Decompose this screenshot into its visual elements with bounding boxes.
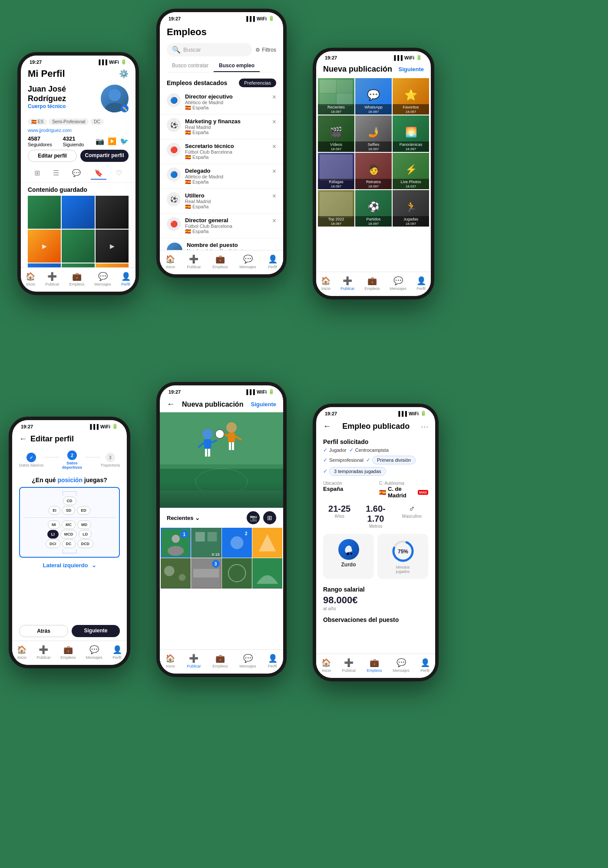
nav-mensajes-2[interactable]: 💬Mensajes — [239, 254, 256, 269]
nav-publicar-2[interactable]: ➕Publicar — [187, 254, 201, 269]
nav-inicio-4[interactable]: 🏠Inicio — [17, 645, 26, 660]
gallery-cell-top2022[interactable]: Top 202218.097 — [318, 190, 354, 227]
nav-publicar-1[interactable]: ➕Publicar — [45, 272, 59, 286]
pos-DC[interactable]: DC — [62, 539, 76, 548]
nav-perfil-5[interactable]: 👤Perfil — [268, 654, 278, 668]
gallery-cell-partidos[interactable]: ⚽ Partidos18.097 — [355, 190, 392, 227]
gallery-cell-livephotos[interactable]: ⚡ Live Photos18.037 — [393, 153, 429, 189]
nav-empleos-2[interactable]: 💼Empleos — [212, 254, 228, 269]
youtube-icon[interactable]: ▶️ — [108, 137, 116, 145]
twitter-icon[interactable]: 🐦 — [120, 137, 129, 145]
back-arrow-5[interactable]: ← — [167, 400, 175, 409]
nav-perfil-4[interactable]: 👤Perfil — [112, 645, 122, 660]
thumb-3[interactable]: 2 — [222, 528, 252, 558]
nav-perfil-2[interactable]: 👤Perfil — [268, 254, 278, 269]
tab-grid-icon[interactable]: ⊞ — [31, 167, 43, 180]
nav-publicar-4[interactable]: ➕Publicar — [36, 645, 51, 660]
nav-inicio-1[interactable]: 🏠Inicio — [26, 272, 35, 286]
nav-inicio-6[interactable]: 🏠Inicio — [321, 658, 331, 673]
nav-empleos-4[interactable]: 💼Empleos — [60, 645, 76, 660]
gallery-cell-videos[interactable]: 🎬 Vídeos18.097 — [318, 115, 354, 152]
nav-mensajes-5[interactable]: 💬Mensajes — [239, 654, 256, 668]
nav-empleos-1[interactable]: 💼Empleos — [69, 272, 84, 286]
nav-publicar-5[interactable]: ➕Publicar — [187, 654, 201, 668]
folder-name[interactable]: Recientes ⌄ — [167, 515, 200, 521]
filter-button[interactable]: ⚙ Filtros — [255, 47, 276, 53]
nav-mensajes-1[interactable]: 💬Mensajes — [94, 272, 111, 286]
gallery-next-button[interactable]: Siguiente — [398, 66, 424, 72]
gallery-cell-whatsapp[interactable]: 💬 WhatsApp16.097 — [355, 78, 392, 115]
nav-mensajes-6[interactable]: 💬Mensajes — [393, 658, 410, 673]
tab-heart-icon[interactable]: ♡ — [112, 167, 126, 180]
settings-icon[interactable]: ⚙️ — [119, 69, 129, 79]
tab-busco-empleo[interactable]: Busco empleo — [214, 60, 260, 72]
pos-SD[interactable]: SD — [62, 506, 76, 515]
nav-perfil-3[interactable]: 👤Perfil — [416, 276, 426, 291]
gallery-cell-retratos[interactable]: 🧑 Retratos18.097 — [355, 153, 392, 189]
job-item-0[interactable]: 🔵 Director ejecutivo Atlético de Madrid … — [160, 90, 283, 115]
camera-button[interactable]: 📷 — [247, 511, 260, 524]
back-button-edit[interactable]: Atrás — [19, 625, 68, 637]
pos-CD[interactable]: CD — [63, 496, 76, 505]
more-options-icon[interactable]: ··· — [421, 421, 428, 431]
nav-inicio-3[interactable]: 🏠Inicio — [321, 276, 330, 291]
pos-EI[interactable]: EI — [49, 506, 60, 515]
share-profile-button[interactable]: Compartir perfil — [80, 150, 129, 162]
gallery-cell-rafagas[interactable]: Ráfagas18.097 — [318, 153, 354, 189]
pos-MI[interactable]: MI — [48, 520, 60, 529]
thumb-6[interactable]: 3 — [191, 558, 221, 588]
edit-avatar-icon[interactable]: ✏️ — [121, 105, 129, 112]
tab-busco-contratar[interactable]: Busco contratar — [167, 60, 214, 72]
pos-LD[interactable]: LD — [79, 530, 92, 539]
back-arrow-6[interactable]: ← — [323, 422, 331, 431]
gallery-cell-favoritos[interactable]: ⭐ Favoritos18.097 — [393, 78, 429, 115]
gallery-cell-panoramicas[interactable]: 🌅 Panorámicas18.097 — [393, 115, 429, 152]
search-input-wrap[interactable]: 🔍 Buscar — [167, 43, 252, 56]
pos-LI[interactable]: LI — [47, 530, 59, 539]
pos-DCI[interactable]: DCI — [46, 539, 60, 548]
nav-publicar-6[interactable]: ➕Publicar — [342, 658, 356, 673]
nav-inicio-5[interactable]: 🏠Inicio — [165, 654, 175, 668]
next-button-edit[interactable]: Siguiente — [72, 625, 120, 637]
nav-perfil-6[interactable]: 👤Perfil — [420, 658, 430, 673]
nav-mensajes-3[interactable]: 💬Mensajes — [390, 276, 406, 291]
gallery-cell-jugadas[interactable]: 🏃 Jugadas18.097 — [393, 190, 429, 227]
job-close-0[interactable]: × — [272, 93, 276, 101]
nav-perfil-1[interactable]: 👤Perfil — [121, 272, 131, 286]
job-close-4[interactable]: × — [272, 192, 276, 200]
gallery-cell-recientes[interactable]: Recientes18.097 — [318, 78, 354, 115]
job-item-1[interactable]: ⚽ Márketing y finanzas Real Madrid 🇪🇸 Es… — [160, 115, 283, 139]
pos-MC[interactable]: MC — [62, 520, 76, 529]
job-item-5[interactable]: 🔴 Director general Fútbol Club Barcelona… — [160, 214, 283, 238]
job-close-2[interactable]: × — [272, 143, 276, 151]
nav-publicar-3[interactable]: ➕Publicar — [340, 276, 355, 291]
nav-empleos-5[interactable]: 💼Empleos — [212, 654, 228, 668]
profile-link[interactable]: www.jjrodriguez.com — [28, 128, 129, 133]
nav-empleos-3[interactable]: 💼Empleos — [364, 276, 380, 291]
thumb-4[interactable] — [252, 528, 282, 558]
pub-next-button[interactable]: Siguiente — [251, 401, 276, 408]
nav-mensajes-4[interactable]: 💬Mensajes — [86, 645, 102, 660]
edit-profile-button[interactable]: Editar perfil — [28, 150, 77, 162]
tab-list-icon[interactable]: ☰ — [50, 167, 63, 180]
job-item-3[interactable]: 🔵 Delegado Atlético de Madrid 🇪🇸 España … — [160, 164, 283, 189]
thumb-5[interactable] — [161, 558, 191, 588]
nav-empleos-6[interactable]: 💼Empleos — [367, 658, 382, 673]
thumb-1[interactable]: 1 — [161, 528, 191, 558]
pos-MD[interactable]: MD — [77, 520, 91, 529]
instagram-icon[interactable]: 📷 — [96, 137, 104, 145]
pos-DCD[interactable]: DCD — [77, 539, 94, 548]
job-close-1[interactable]: × — [272, 118, 276, 126]
thumb-8[interactable] — [252, 558, 282, 588]
pos-ED[interactable]: ED — [77, 506, 90, 515]
gallery-cell-selfies[interactable]: 🤳 Selfies18.097 — [355, 115, 392, 152]
preferencias-button[interactable]: Preferencias — [239, 79, 276, 87]
nav-inicio-2[interactable]: 🏠Inicio — [165, 254, 175, 269]
job-item-4[interactable]: ⚽ Utillero Real Madrid 🇪🇸 España × — [160, 189, 283, 214]
back-arrow-4[interactable]: ← — [19, 434, 27, 444]
position-label[interactable]: Lateral izquierdo ⌄ — [12, 559, 127, 571]
pos-MCD[interactable]: MCD — [60, 530, 77, 539]
thumb-7[interactable] — [222, 558, 252, 588]
grid-button[interactable]: ⊞ — [263, 511, 276, 524]
tab-video-icon[interactable]: 💬 — [69, 167, 84, 180]
